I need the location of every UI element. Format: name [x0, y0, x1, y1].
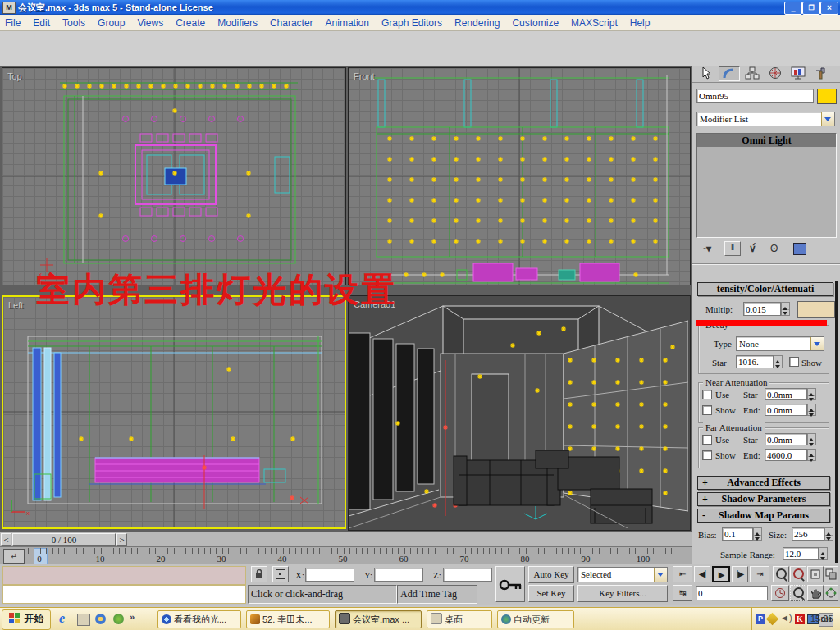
decay-show-checkbox[interactable]: [789, 357, 799, 367]
far-start-spinner[interactable]: [807, 433, 816, 445]
zoom-region-icon[interactable]: [790, 585, 806, 601]
set-keys-icon[interactable]: [495, 566, 525, 602]
viewport-front-label[interactable]: Front: [354, 71, 375, 81]
pin-stack-icon[interactable]: -▾: [703, 243, 711, 254]
selection-lock-icon[interactable]: [251, 566, 267, 582]
modifier-stack[interactable]: Omni Light: [696, 133, 837, 238]
quicklaunch-more-chevron[interactable]: »: [130, 612, 135, 622]
quicklaunch-ie-icon[interactable]: e: [59, 611, 65, 626]
modifier-list-dropdown[interactable]: Modifier List: [696, 112, 835, 126]
quicklaunch-mediaplayer-icon[interactable]: [95, 614, 106, 624]
object-name-field[interactable]: [696, 89, 814, 103]
far-show-checkbox[interactable]: [702, 450, 712, 460]
y-field[interactable]: [374, 568, 423, 582]
object-color-swatch[interactable]: [817, 89, 837, 104]
make-unique-icon[interactable]: ∨́: [749, 243, 756, 254]
absolute-offset-toggle-icon[interactable]: [272, 566, 289, 582]
viewport-left[interactable]: x Left: [2, 295, 346, 529]
bias-spinner[interactable]: [753, 527, 762, 541]
multiplier-field[interactable]: [743, 302, 781, 316]
zoom-extents-all-icon[interactable]: [824, 566, 838, 582]
maxscript-listener-pink[interactable]: [2, 566, 246, 585]
z-field[interactable]: [443, 568, 492, 582]
task-3dsmax[interactable]: 会议室.max ...: [335, 610, 422, 628]
far-end-spinner[interactable]: [807, 449, 816, 461]
rollout-shadow-map-params[interactable]: - Shadow Map Params: [697, 509, 830, 523]
sample-range-field[interactable]: [783, 547, 819, 560]
menu-help[interactable]: Help: [630, 17, 651, 29]
next-frame-button[interactable]: |▶: [732, 566, 748, 582]
play-button[interactable]: ▶: [712, 566, 730, 582]
close-button[interactable]: ×: [820, 2, 838, 15]
near-use-checkbox[interactable]: [702, 390, 712, 399]
viewport-left-label[interactable]: Left: [8, 300, 23, 310]
go-to-end-button[interactable]: ⇥: [750, 566, 769, 582]
menu-edit[interactable]: Edit: [33, 17, 50, 29]
menu-graph-editors[interactable]: Graph Editors: [381, 17, 442, 29]
bias-field[interactable]: [722, 527, 753, 541]
set-key-button[interactable]: Set Key: [528, 585, 574, 602]
chevron-down-icon[interactable]: [810, 337, 824, 350]
go-to-start-button[interactable]: ⇤: [673, 566, 692, 582]
tab-utilities[interactable]: [810, 66, 832, 81]
tray-volume-icon[interactable]: ◄): [780, 613, 792, 623]
x-field[interactable]: [305, 568, 354, 582]
zoom-extents-icon[interactable]: [807, 566, 824, 582]
far-use-checkbox[interactable]: [702, 435, 712, 445]
menu-create[interactable]: Create: [176, 17, 205, 29]
menu-customize[interactable]: Customize: [512, 17, 559, 29]
tab-display[interactable]: [788, 66, 809, 81]
panel-scrollbar[interactable]: [835, 281, 838, 563]
key-filter-mode-dropdown[interactable]: Selected: [578, 567, 668, 582]
time-configuration-icon[interactable]: [771, 585, 789, 601]
chevron-down-icon[interactable]: [654, 568, 667, 582]
show-end-result-icon[interactable]: ‖: [724, 241, 741, 256]
zoom-all-icon[interactable]: [790, 566, 806, 582]
menu-animation[interactable]: Animation: [326, 17, 369, 29]
decay-start-field[interactable]: [736, 355, 774, 368]
viewport-camera[interactable]: Camera01: [348, 295, 691, 531]
mini-curve-editor-icon[interactable]: ⇄: [3, 549, 25, 564]
rollout-intensity-color-attenuation[interactable]: tensity/Color/Attenuati: [697, 282, 833, 296]
size-spinner[interactable]: [824, 527, 833, 541]
near-start-spinner[interactable]: [807, 388, 816, 400]
time-slider-left-arrow[interactable]: <: [1, 533, 11, 546]
tray-antivirus-icon[interactable]: K: [795, 614, 805, 624]
viewport-top[interactable]: x Top: [2, 67, 346, 285]
sample-range-spinner[interactable]: [819, 547, 828, 560]
tab-create[interactable]: [696, 66, 717, 81]
add-time-tag[interactable]: Add Time Tag: [397, 585, 477, 604]
quicklaunch-msn-icon[interactable]: [113, 614, 124, 624]
task-media[interactable]: 看看我的光...: [158, 610, 241, 628]
previous-frame-button[interactable]: ◀|: [694, 566, 710, 582]
menu-modifiers[interactable]: Modifiers: [217, 17, 258, 29]
menu-character[interactable]: Character: [270, 17, 313, 29]
time-slider-right-arrow[interactable]: >: [116, 533, 127, 546]
menu-rendering[interactable]: Rendering: [454, 17, 500, 29]
minimize-button[interactable]: _: [784, 2, 802, 15]
far-end-field[interactable]: [765, 449, 807, 461]
remove-modifier-icon[interactable]: ʘ: [770, 243, 778, 254]
tray-update-icon[interactable]: [766, 613, 779, 626]
tab-modify[interactable]: [719, 66, 740, 81]
arc-rotate-icon[interactable]: [824, 585, 838, 601]
near-end-spinner[interactable]: [807, 404, 816, 416]
near-end-field[interactable]: [765, 404, 807, 416]
rollout-shadow-parameters[interactable]: + Shadow Parameters: [697, 492, 830, 506]
tray-messenger-icon[interactable]: P: [756, 614, 765, 624]
menu-group[interactable]: Group: [98, 17, 125, 29]
pan-icon[interactable]: [807, 585, 824, 601]
decay-start-spinner[interactable]: [774, 355, 783, 368]
viewport-top-label[interactable]: Top: [7, 71, 22, 81]
maxscript-listener-white[interactable]: [2, 585, 246, 604]
auto-key-button[interactable]: Auto Key: [528, 566, 574, 583]
restore-button[interactable]: ❐: [802, 2, 820, 15]
menu-file[interactable]: File: [5, 17, 21, 29]
multiplier-spinner[interactable]: [781, 302, 790, 316]
viewport-front[interactable]: Front: [348, 67, 691, 285]
time-slider-thumb[interactable]: 0 / 100: [12, 533, 116, 546]
task-desktop[interactable]: 桌面: [427, 610, 492, 628]
configure-modifier-sets-icon[interactable]: [793, 243, 806, 255]
near-show-checkbox[interactable]: [702, 405, 712, 415]
size-field[interactable]: [792, 527, 824, 541]
